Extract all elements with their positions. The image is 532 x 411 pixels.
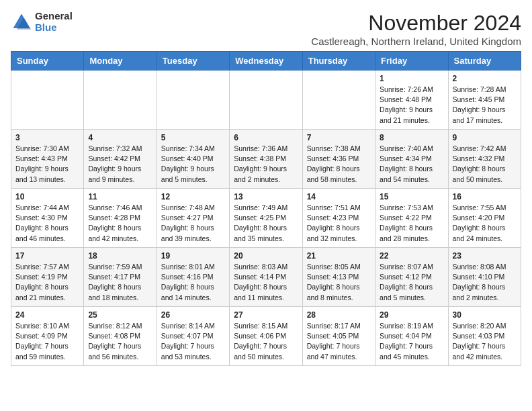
day-info: Sunrise: 7:48 AM Sunset: 4:27 PM Dayligh…	[161, 203, 225, 244]
day-info: Sunrise: 7:59 AM Sunset: 4:17 PM Dayligh…	[88, 262, 152, 303]
week-row-2: 3Sunrise: 7:30 AM Sunset: 4:43 PM Daylig…	[11, 130, 521, 189]
day-number: 26	[161, 310, 225, 320]
day-info: Sunrise: 8:17 AM Sunset: 4:05 PM Dayligh…	[307, 321, 371, 362]
calendar-cell: 9Sunrise: 7:42 AM Sunset: 4:32 PM Daylig…	[448, 130, 521, 189]
day-number: 20	[234, 251, 298, 261]
day-number: 19	[161, 251, 225, 261]
week-row-5: 24Sunrise: 8:10 AM Sunset: 4:09 PM Dayli…	[11, 307, 521, 366]
day-number: 17	[15, 251, 79, 261]
day-info: Sunrise: 7:57 AM Sunset: 4:19 PM Dayligh…	[15, 262, 79, 303]
day-header-monday: Monday	[84, 52, 157, 71]
day-number: 1	[380, 74, 443, 83]
calendar-cell: 16Sunrise: 7:55 AM Sunset: 4:20 PM Dayli…	[448, 189, 521, 248]
day-number: 4	[88, 133, 152, 142]
calendar-table: SundayMondayTuesdayWednesdayThursdayFrid…	[11, 51, 521, 366]
day-info: Sunrise: 7:28 AM Sunset: 4:45 PM Dayligh…	[453, 85, 517, 126]
day-number: 30	[453, 310, 517, 320]
calendar-cell	[11, 71, 84, 130]
calendar-cell: 23Sunrise: 8:08 AM Sunset: 4:10 PM Dayli…	[448, 248, 521, 307]
day-number: 2	[453, 74, 517, 83]
day-info: Sunrise: 7:34 AM Sunset: 4:40 PM Dayligh…	[161, 144, 225, 185]
logo: General Blue	[11, 11, 73, 33]
day-number: 16	[453, 192, 517, 201]
calendar-cell: 30Sunrise: 8:20 AM Sunset: 4:03 PM Dayli…	[448, 307, 521, 366]
logo-text: General Blue	[35, 11, 73, 33]
day-number: 14	[307, 192, 371, 201]
day-number: 22	[380, 251, 443, 261]
calendar-cell: 14Sunrise: 7:51 AM Sunset: 4:23 PM Dayli…	[302, 189, 375, 248]
calendar-cell: 26Sunrise: 8:14 AM Sunset: 4:07 PM Dayli…	[157, 307, 229, 366]
header: General Blue November 2024 Castlereagh, …	[11, 11, 521, 47]
calendar-cell	[84, 71, 157, 130]
day-number: 23	[453, 251, 517, 261]
header-row: SundayMondayTuesdayWednesdayThursdayFrid…	[11, 52, 521, 71]
week-row-4: 17Sunrise: 7:57 AM Sunset: 4:19 PM Dayli…	[11, 248, 521, 307]
day-info: Sunrise: 7:38 AM Sunset: 4:36 PM Dayligh…	[307, 144, 371, 185]
calendar-cell: 10Sunrise: 7:44 AM Sunset: 4:30 PM Dayli…	[11, 189, 84, 248]
day-number: 12	[161, 192, 225, 201]
calendar-cell: 11Sunrise: 7:46 AM Sunset: 4:28 PM Dayli…	[84, 189, 157, 248]
day-number: 10	[15, 192, 79, 201]
day-info: Sunrise: 8:20 AM Sunset: 4:03 PM Dayligh…	[453, 321, 517, 362]
day-number: 29	[380, 310, 443, 320]
day-info: Sunrise: 7:32 AM Sunset: 4:42 PM Dayligh…	[88, 144, 152, 185]
day-info: Sunrise: 8:10 AM Sunset: 4:09 PM Dayligh…	[15, 321, 79, 362]
day-header-friday: Friday	[375, 52, 448, 71]
title-area: November 2024 Castlereagh, Northern Irel…	[311, 11, 521, 47]
calendar-cell: 18Sunrise: 7:59 AM Sunset: 4:17 PM Dayli…	[84, 248, 157, 307]
logo-icon	[11, 11, 32, 33]
calendar-cell: 3Sunrise: 7:30 AM Sunset: 4:43 PM Daylig…	[11, 130, 84, 189]
calendar-cell: 29Sunrise: 8:19 AM Sunset: 4:04 PM Dayli…	[375, 307, 448, 366]
calendar-cell: 28Sunrise: 8:17 AM Sunset: 4:05 PM Dayli…	[302, 307, 375, 366]
day-number: 9	[453, 133, 517, 142]
calendar-cell: 7Sunrise: 7:38 AM Sunset: 4:36 PM Daylig…	[302, 130, 375, 189]
day-number: 15	[380, 192, 443, 201]
day-number: 24	[15, 310, 79, 320]
day-info: Sunrise: 8:15 AM Sunset: 4:06 PM Dayligh…	[234, 321, 298, 362]
day-info: Sunrise: 8:07 AM Sunset: 4:12 PM Dayligh…	[380, 262, 443, 303]
day-number: 25	[88, 310, 152, 320]
day-info: Sunrise: 7:26 AM Sunset: 4:48 PM Dayligh…	[380, 85, 443, 126]
day-info: Sunrise: 7:44 AM Sunset: 4:30 PM Dayligh…	[15, 203, 79, 244]
day-header-thursday: Thursday	[302, 52, 375, 71]
day-number: 21	[307, 251, 371, 261]
day-number: 28	[307, 310, 371, 320]
calendar-cell: 2Sunrise: 7:28 AM Sunset: 4:45 PM Daylig…	[448, 71, 521, 130]
calendar-cell: 4Sunrise: 7:32 AM Sunset: 4:42 PM Daylig…	[84, 130, 157, 189]
calendar-cell: 8Sunrise: 7:40 AM Sunset: 4:34 PM Daylig…	[375, 130, 448, 189]
day-number: 7	[307, 133, 371, 142]
calendar-body: 1Sunrise: 7:26 AM Sunset: 4:48 PM Daylig…	[11, 71, 521, 366]
day-info: Sunrise: 8:12 AM Sunset: 4:08 PM Dayligh…	[88, 321, 152, 362]
logo-general: General	[35, 11, 73, 22]
calendar-cell: 27Sunrise: 8:15 AM Sunset: 4:06 PM Dayli…	[230, 307, 302, 366]
day-number: 5	[161, 133, 225, 142]
day-info: Sunrise: 7:55 AM Sunset: 4:20 PM Dayligh…	[453, 203, 517, 244]
day-header-wednesday: Wednesday	[230, 52, 302, 71]
day-info: Sunrise: 8:03 AM Sunset: 4:14 PM Dayligh…	[234, 262, 298, 303]
day-info: Sunrise: 7:36 AM Sunset: 4:38 PM Dayligh…	[234, 144, 298, 185]
subtitle: Castlereagh, Northern Ireland, United Ki…	[311, 36, 521, 47]
day-number: 8	[380, 133, 443, 142]
day-number: 6	[234, 133, 298, 142]
day-info: Sunrise: 8:19 AM Sunset: 4:04 PM Dayligh…	[380, 321, 443, 362]
day-info: Sunrise: 8:08 AM Sunset: 4:10 PM Dayligh…	[453, 262, 517, 303]
day-number: 27	[234, 310, 298, 320]
month-title: November 2024	[311, 11, 521, 36]
calendar-cell: 25Sunrise: 8:12 AM Sunset: 4:08 PM Dayli…	[84, 307, 157, 366]
calendar-cell: 6Sunrise: 7:36 AM Sunset: 4:38 PM Daylig…	[230, 130, 302, 189]
calendar-cell: 22Sunrise: 8:07 AM Sunset: 4:12 PM Dayli…	[375, 248, 448, 307]
calendar-cell: 1Sunrise: 7:26 AM Sunset: 4:48 PM Daylig…	[375, 71, 448, 130]
calendar-cell: 20Sunrise: 8:03 AM Sunset: 4:14 PM Dayli…	[230, 248, 302, 307]
calendar-cell: 5Sunrise: 7:34 AM Sunset: 4:40 PM Daylig…	[157, 130, 229, 189]
day-header-tuesday: Tuesday	[157, 52, 229, 71]
calendar-cell: 17Sunrise: 7:57 AM Sunset: 4:19 PM Dayli…	[11, 248, 84, 307]
day-info: Sunrise: 8:14 AM Sunset: 4:07 PM Dayligh…	[161, 321, 225, 362]
day-info: Sunrise: 7:53 AM Sunset: 4:22 PM Dayligh…	[380, 203, 443, 244]
day-info: Sunrise: 7:51 AM Sunset: 4:23 PM Dayligh…	[307, 203, 371, 244]
day-info: Sunrise: 7:40 AM Sunset: 4:34 PM Dayligh…	[380, 144, 443, 185]
calendar-cell: 21Sunrise: 8:05 AM Sunset: 4:13 PM Dayli…	[302, 248, 375, 307]
week-row-1: 1Sunrise: 7:26 AM Sunset: 4:48 PM Daylig…	[11, 71, 521, 130]
day-info: Sunrise: 7:46 AM Sunset: 4:28 PM Dayligh…	[88, 203, 152, 244]
calendar-cell: 12Sunrise: 7:48 AM Sunset: 4:27 PM Dayli…	[157, 189, 229, 248]
day-info: Sunrise: 7:49 AM Sunset: 4:25 PM Dayligh…	[234, 203, 298, 244]
